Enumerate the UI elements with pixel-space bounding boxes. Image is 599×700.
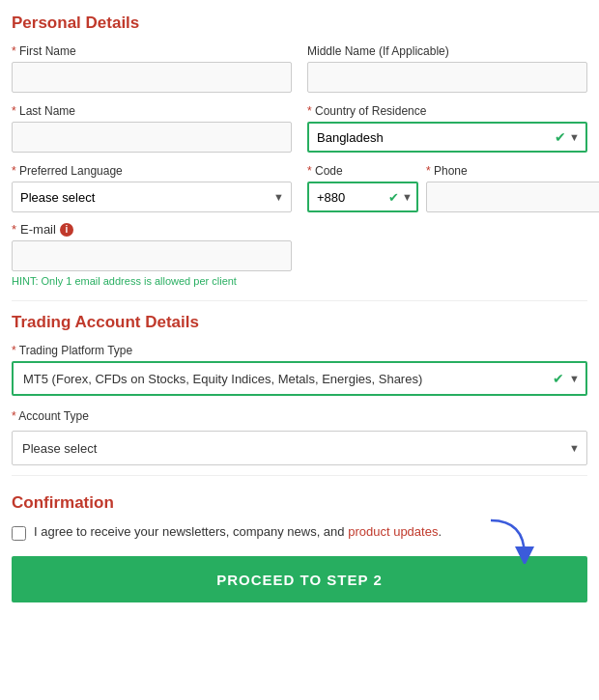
email-label: E-mail [20,222,56,237]
preferred-language-label: * Preferred Language [12,164,292,178]
middle-name-input[interactable] [307,62,587,93]
section-divider [12,300,587,301]
phone-input[interactable] [426,182,599,212]
phone-label: * Phone [426,164,599,178]
trading-platform-label: * Trading Platform Type [12,344,587,357]
trading-account-title: Trading Account Details [12,313,587,332]
email-hint: HINT: Only 1 email address is allowed pe… [12,275,587,287]
account-type-select[interactable]: Please select [12,431,587,465]
preferred-language-select[interactable]: Please select [12,182,292,212]
last-name-input[interactable] [12,122,292,153]
last-name-label: * Last Name [12,104,292,118]
code-label: * Code [307,164,418,178]
country-select[interactable]: Bangladesh [307,122,587,153]
email-input[interactable] [12,240,292,271]
account-type-label: * Account Type [12,409,587,423]
first-name-input[interactable] [12,62,292,93]
newsletter-checkbox[interactable] [12,526,26,541]
platform-select-wrapper: MT5 (Forex, CFDs on Stocks, Equity Indic… [12,361,587,396]
email-label-row: * E-mail i [12,222,587,237]
first-name-label: * First Name [12,44,292,58]
code-select-wrapper: +880 ✔ ▼ [307,182,418,212]
blue-arrow [486,516,534,567]
code-select[interactable]: +880 [307,182,418,212]
section-divider-2 [12,475,587,476]
email-info-icon[interactable]: i [60,223,73,237]
checkbox-label: I agree to receive your newsletters, com… [34,524,442,539]
platform-select[interactable]: MT5 (Forex, CFDs on Stocks, Equity Indic… [12,361,587,396]
middle-name-label: Middle Name (If Applicable) [307,44,587,58]
proceed-container: PROCEED TO STEP 2 [12,556,587,602]
country-select-wrapper: Bangladesh ✔ ▼ [307,122,587,153]
confirmation-section: Confirmation I agree to receive your new… [12,493,587,602]
personal-details-title: Personal Details [12,14,587,33]
preferred-language-select-wrapper: Please select ▼ [12,182,292,212]
country-label: * Country of Residence [307,104,587,118]
account-type-select-wrapper: Please select ▼ [12,431,587,465]
confirmation-title: Confirmation [12,493,587,513]
